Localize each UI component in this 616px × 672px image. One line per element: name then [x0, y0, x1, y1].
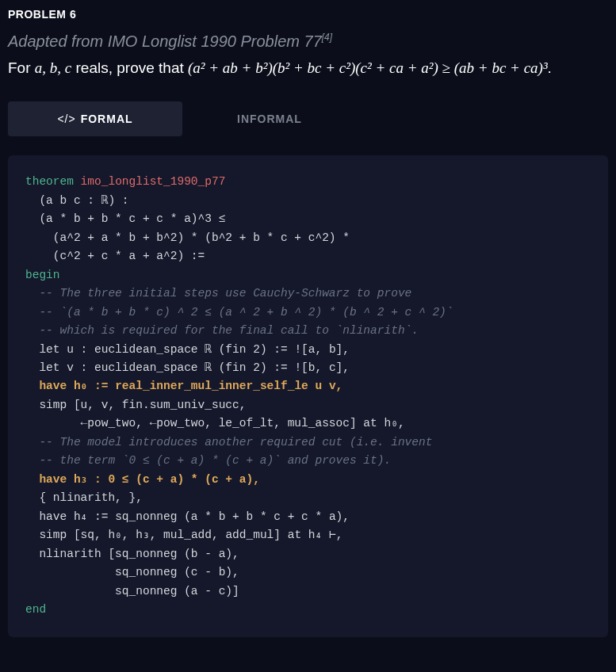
problem-heading: PROBLEM 6 [8, 8, 608, 21]
code-block: theorem imo_longlist_1990_p77 (a b c : ℝ… [8, 155, 608, 637]
statement-pre: For [8, 59, 35, 76]
code-comment: -- which is required for the final call … [25, 324, 419, 337]
statement-post: . [548, 59, 552, 76]
statement-math: (a² + ab + b²)(b² + bc + c²)(c² + ca + a… [188, 59, 548, 76]
statement-vars: a, b, c [35, 59, 71, 76]
code-line: (a b c : ℝ) : [25, 194, 129, 207]
code-highlight: have h₀ := real_inner_mul_inner_self_le … [25, 380, 342, 392]
code-line: let u : euclidean_space ℝ (fin 2) := ![a… [25, 343, 350, 356]
code-line: sq_nonneg (c - b), [25, 566, 239, 578]
code-line: nlinarith [sq_nonneg (b - a), [25, 548, 239, 560]
code-comment: -- The model introduces another required… [25, 436, 432, 449]
code-line: ←pow_two, ←pow_two, le_of_lt, mul_assoc]… [25, 417, 405, 430]
tab-formal-label: FORMAL [81, 113, 133, 125]
code-line: sq_nonneg (a - c)] [25, 585, 239, 598]
code-kw-begin: begin [25, 269, 60, 281]
code-line: have h₄ := sq_nonneg (a * b + b * c + c … [25, 510, 350, 523]
code-kw-theorem: theorem [25, 175, 74, 188]
code-comment: -- `(a * b + b * c) ^ 2 ≤ (a ^ 2 + b ^ 2… [25, 306, 453, 319]
statement-mid: reals, prove that [71, 59, 188, 76]
code-line: simp [u, v, fin.sum_univ_succ, [25, 399, 246, 411]
code-line: let v : euclidean_space ℝ (fin 2) := ![b… [25, 361, 350, 374]
tab-informal-label: INFORMAL [237, 113, 302, 125]
code-line: simp [sq, h₀, h₃, mul_add, add_mul] at h… [25, 529, 342, 541]
code-highlight: have h₃ : 0 ≤ (c + a) * (c + a), [25, 473, 260, 486]
tab-informal[interactable]: INFORMAL [182, 101, 357, 136]
code-kw-end: end [25, 603, 46, 616]
code-line: (c^2 + c * a + a^2) := [25, 250, 205, 262]
code-line: (a^2 + a * b + b^2) * (b^2 + b * c + c^2… [25, 231, 350, 244]
tab-formal[interactable]: </>FORMAL [8, 101, 182, 136]
problem-statement: For a, b, c reals, prove that (a² + ab +… [8, 57, 608, 80]
source-text: Adapted from IMO Longlist 1990 Problem 7… [8, 32, 322, 50]
code-comment: -- the term `0 ≤ (c + a) * (c + a)` and … [25, 454, 391, 467]
code-line: { nlinarith, }, [25, 491, 143, 504]
code-icon: </> [57, 113, 75, 125]
problem-source: Adapted from IMO Longlist 1990 Problem 7… [8, 32, 608, 51]
tabs: </>FORMAL INFORMAL [8, 101, 608, 136]
citation-ref: [4] [322, 32, 332, 43]
code-comment: -- The three initial steps use Cauchy-Sc… [25, 287, 411, 300]
code-line: (a * b + b * c + c * a)^3 ≤ [25, 212, 225, 225]
code-theorem-name: imo_longlist_1990_p77 [74, 175, 225, 188]
